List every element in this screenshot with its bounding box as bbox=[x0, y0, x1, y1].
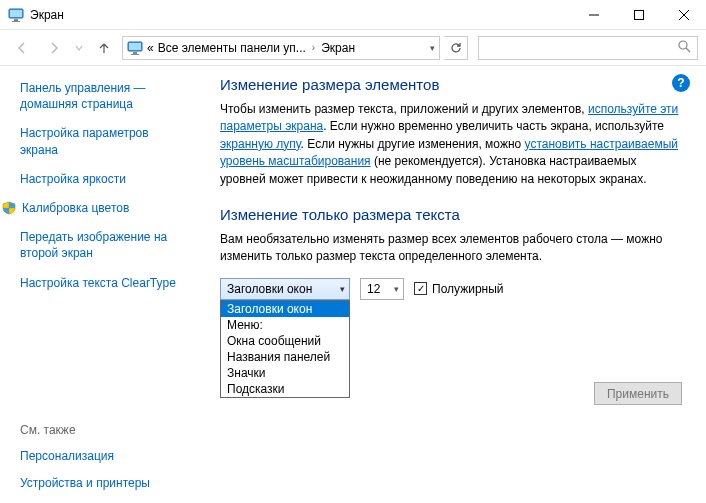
maximize-button[interactable] bbox=[616, 0, 661, 30]
forward-button[interactable] bbox=[40, 36, 68, 60]
sidebar-item-cleartype[interactable]: Настройка текста ClearType bbox=[20, 275, 188, 291]
up-button[interactable] bbox=[90, 36, 118, 60]
checkbox-icon: ✓ bbox=[414, 282, 427, 295]
combobox-value: Заголовки окон bbox=[227, 282, 312, 296]
element-type-combobox[interactable]: Заголовки окон ▾ Заголовки окон Меню: Ок… bbox=[220, 278, 350, 300]
shield-icon bbox=[2, 201, 16, 215]
sidebar: Панель управления — домашняя страница На… bbox=[0, 66, 200, 503]
paragraph-1: Чтобы изменить размер текста, приложений… bbox=[220, 101, 682, 188]
see-also-label: См. также bbox=[20, 423, 188, 437]
apply-button[interactable]: Применить bbox=[594, 382, 682, 405]
sidebar-footer-devices[interactable]: Устройства и принтеры bbox=[20, 475, 188, 491]
combobox-option[interactable]: Значки bbox=[221, 365, 349, 381]
close-button[interactable] bbox=[661, 0, 706, 30]
sidebar-item-brightness[interactable]: Настройка яркости bbox=[20, 171, 188, 187]
chevron-down-icon: ▾ bbox=[340, 284, 345, 294]
heading-text-only: Изменение только размера текста bbox=[220, 206, 682, 223]
font-size-combobox[interactable]: 12 ▾ bbox=[360, 278, 404, 300]
back-button[interactable] bbox=[8, 36, 36, 60]
combobox-option[interactable]: Окна сообщений bbox=[221, 333, 349, 349]
svg-line-13 bbox=[686, 48, 690, 52]
search-icon bbox=[678, 40, 691, 56]
bold-label: Полужирный bbox=[432, 282, 504, 296]
bold-checkbox[interactable]: ✓ Полужирный bbox=[414, 278, 504, 300]
svg-rect-11 bbox=[131, 54, 139, 55]
breadcrumb-current[interactable]: Экран bbox=[321, 41, 355, 55]
titlebar: Экран bbox=[0, 0, 706, 30]
combobox-option[interactable]: Меню: bbox=[221, 317, 349, 333]
refresh-button[interactable] bbox=[444, 36, 468, 60]
history-dropdown[interactable] bbox=[72, 36, 86, 60]
monitor-icon bbox=[127, 40, 143, 56]
window-title: Экран bbox=[30, 8, 64, 22]
paragraph-2: Вам необязательно изменять размер всех э… bbox=[220, 231, 682, 266]
svg-rect-1 bbox=[10, 10, 22, 17]
monitor-icon bbox=[8, 7, 24, 23]
sidebar-item-project[interactable]: Передать изображение на второй экран bbox=[20, 229, 188, 261]
navbar: « Все элементы панели уп... › Экран ▾ bbox=[0, 30, 706, 66]
sidebar-item-label: Калибровка цветов bbox=[22, 200, 129, 216]
combobox-option[interactable]: Названия панелей bbox=[221, 349, 349, 365]
combobox-option[interactable]: Подсказки bbox=[221, 381, 349, 397]
content: ? Изменение размера элементов Чтобы изме… bbox=[200, 66, 706, 503]
search-input[interactable] bbox=[478, 36, 698, 60]
svg-rect-9 bbox=[129, 43, 141, 50]
sidebar-footer-personalization[interactable]: Персонализация bbox=[20, 448, 188, 464]
svg-rect-5 bbox=[634, 10, 643, 19]
link-magnifier[interactable]: экранную лупу bbox=[220, 137, 301, 151]
help-icon[interactable]: ? bbox=[672, 74, 690, 92]
sidebar-item-display-settings[interactable]: Настройка параметров экрана bbox=[20, 125, 188, 157]
svg-rect-10 bbox=[133, 52, 137, 54]
chevron-down-icon: ▾ bbox=[394, 284, 399, 294]
address-dropdown-icon[interactable]: ▾ bbox=[430, 43, 435, 53]
svg-rect-3 bbox=[12, 21, 20, 22]
combobox-dropdown: Заголовки окон Меню: Окна сообщений Назв… bbox=[220, 300, 350, 398]
svg-rect-2 bbox=[14, 19, 18, 21]
svg-point-12 bbox=[679, 41, 687, 49]
sidebar-item-home[interactable]: Панель управления — домашняя страница bbox=[20, 80, 188, 112]
combobox-option[interactable]: Заголовки окон bbox=[221, 301, 349, 317]
breadcrumb-prefix: « bbox=[147, 41, 154, 55]
sidebar-item-calibrate[interactable]: Калибровка цветов bbox=[2, 200, 188, 216]
minimize-button[interactable] bbox=[571, 0, 616, 30]
chevron-right-icon: › bbox=[310, 42, 317, 53]
breadcrumb-parent[interactable]: Все элементы панели уп... bbox=[158, 41, 306, 55]
font-size-value: 12 bbox=[367, 282, 380, 296]
heading-resize-elements: Изменение размера элементов bbox=[220, 76, 682, 93]
address-bar[interactable]: « Все элементы панели уп... › Экран ▾ bbox=[122, 36, 440, 60]
